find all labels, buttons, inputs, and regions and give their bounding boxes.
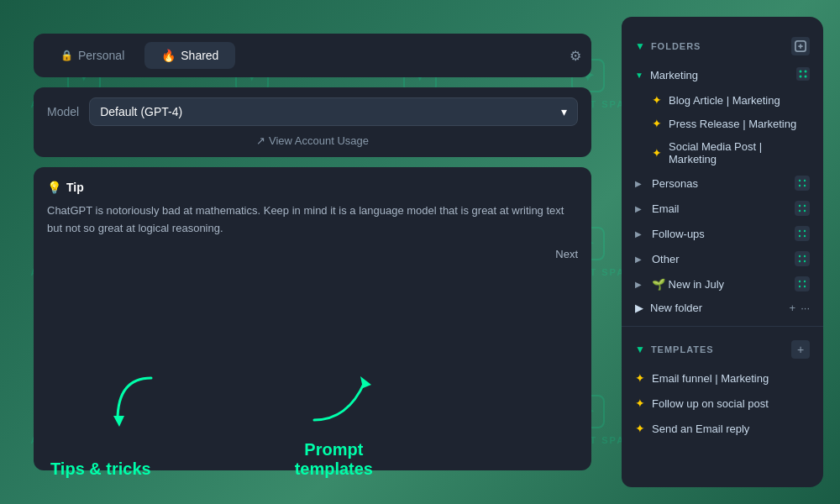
folders-section-header: ▼ FOLDERS bbox=[622, 30, 823, 62]
model-row: Model Default (GPT-4) ▾ bbox=[47, 97, 578, 126]
tab-personal[interactable]: 🔒 Personal bbox=[44, 42, 141, 69]
svg-point-9 bbox=[804, 180, 806, 181]
svg-rect-3 bbox=[796, 67, 810, 81]
folder-blog-article[interactable]: ✦ Blog Article | Marketing bbox=[622, 88, 823, 112]
personal-tab-label: Personal bbox=[78, 49, 124, 62]
folder-email[interactable]: ▶ Email bbox=[622, 196, 823, 221]
model-label: Model bbox=[47, 105, 79, 118]
svg-point-23 bbox=[804, 260, 806, 262]
svg-point-21 bbox=[804, 255, 806, 257]
svg-point-5 bbox=[805, 71, 807, 73]
tab-shared[interactable]: 🔥 Shared bbox=[144, 42, 235, 69]
folder-other[interactable]: ▶ Other bbox=[622, 246, 823, 271]
svg-point-24 bbox=[799, 281, 801, 282]
shared-tab-label: Shared bbox=[181, 49, 218, 62]
svg-point-17 bbox=[804, 230, 806, 232]
view-account-label: View Account Usage bbox=[269, 134, 369, 147]
sidebar-divider bbox=[622, 326, 823, 327]
next-button[interactable]: Next bbox=[47, 248, 578, 260]
followups-label: Follow-ups bbox=[652, 228, 788, 240]
sparkle-icon: ✦ bbox=[652, 146, 662, 160]
chevron-right-icon: ▶ bbox=[635, 255, 645, 264]
folders-add-button[interactable] bbox=[791, 37, 810, 55]
tip-card: 💡 Tip ChatGPT is notoriously bad at math… bbox=[34, 167, 591, 470]
folder-press-release[interactable]: ✦ Press Release | Marketing bbox=[622, 112, 823, 135]
ellipsis-icon[interactable]: ··· bbox=[801, 302, 810, 314]
svg-point-26 bbox=[799, 286, 801, 287]
model-selected-value: Default (GPT-4) bbox=[100, 105, 182, 118]
chevron-down-icon: ▼ bbox=[635, 344, 646, 355]
marketing-badge bbox=[796, 67, 810, 83]
chevron-right-icon: ▶ bbox=[635, 229, 645, 239]
new-in-july-label: 🌱 New in July bbox=[652, 278, 788, 291]
follow-social-label: Follow up on social post bbox=[652, 397, 769, 410]
svg-point-8 bbox=[799, 180, 801, 181]
email-funnel-label: Email funnel | Marketing bbox=[652, 372, 769, 385]
tip-text: ChatGPT is notoriously bad at mathematic… bbox=[47, 202, 578, 238]
new-folder-actions: + ··· bbox=[790, 302, 810, 314]
templates-add-button[interactable]: + bbox=[791, 340, 810, 359]
model-card: Model Default (GPT-4) ▾ ↗ View Account U… bbox=[34, 87, 591, 157]
sparkle-icon: ✦ bbox=[635, 422, 645, 435]
chevron-right-icon: ▶ bbox=[635, 302, 643, 314]
sparkle-icon: ✦ bbox=[635, 396, 645, 410]
svg-point-15 bbox=[804, 210, 806, 212]
personas-badge bbox=[795, 176, 810, 191]
svg-point-7 bbox=[805, 76, 807, 78]
plus-icon[interactable]: + bbox=[790, 302, 796, 314]
folder-personas[interactable]: ▶ Personas bbox=[622, 171, 823, 196]
folder-followups[interactable]: ▶ Follow-ups bbox=[622, 221, 823, 246]
svg-point-6 bbox=[800, 76, 802, 78]
other-badge bbox=[795, 251, 810, 266]
fire-icon: 🔥 bbox=[161, 49, 176, 62]
chevron-down-icon: ▼ bbox=[635, 71, 643, 80]
right-sidebar: ▼ FOLDERS ▼ Marketing bbox=[622, 17, 823, 487]
email-badge bbox=[795, 201, 810, 216]
left-panel: 🔒 Personal 🔥 Shared ⚙ Model Default (GPT… bbox=[17, 17, 608, 487]
new-in-july-badge bbox=[795, 276, 810, 291]
model-select[interactable]: Default (GPT-4) ▾ bbox=[89, 97, 578, 126]
svg-point-18 bbox=[799, 235, 801, 237]
svg-point-10 bbox=[799, 185, 801, 186]
followups-badge bbox=[795, 226, 810, 241]
svg-point-4 bbox=[800, 71, 802, 73]
new-folder-row[interactable]: ▶ New folder + ··· bbox=[622, 297, 823, 319]
chevron-right-icon: ▶ bbox=[635, 179, 645, 188]
folder-social-media-post[interactable]: ✦ Social Media Post | Marketing bbox=[622, 135, 823, 171]
svg-point-14 bbox=[799, 210, 801, 212]
folder-new-in-july[interactable]: ▶ 🌱 New in July bbox=[622, 271, 823, 297]
templates-label: TEMPLATES bbox=[651, 344, 714, 354]
sparkle-icon: ✦ bbox=[652, 93, 662, 107]
email-reply-label: Send an Email reply bbox=[652, 423, 749, 435]
tab-group: 🔒 Personal 🔥 Shared bbox=[44, 42, 235, 69]
tab-card: 🔒 Personal 🔥 Shared ⚙ bbox=[34, 34, 591, 77]
sparkle-icon: ✦ bbox=[635, 371, 645, 385]
svg-point-22 bbox=[799, 260, 801, 262]
chevron-down-icon: ▼ bbox=[635, 40, 646, 52]
tip-header: 💡 Tip bbox=[47, 181, 578, 194]
chevron-right-icon: ▶ bbox=[635, 204, 645, 213]
blog-article-label: Blog Article | Marketing bbox=[669, 94, 780, 107]
folder-marketing[interactable]: ▼ Marketing bbox=[622, 62, 823, 88]
template-email-funnel[interactable]: ✦ Email funnel | Marketing bbox=[622, 365, 823, 391]
svg-point-11 bbox=[804, 185, 806, 186]
view-account-link[interactable]: ↗ View Account Usage bbox=[47, 134, 578, 147]
press-release-label: Press Release | Marketing bbox=[669, 118, 796, 130]
svg-point-16 bbox=[799, 230, 801, 232]
templates-section-header: ▼ TEMPLATES + bbox=[622, 333, 823, 365]
svg-point-20 bbox=[799, 255, 801, 257]
svg-point-25 bbox=[804, 281, 806, 282]
svg-point-13 bbox=[804, 205, 806, 207]
marketing-label: Marketing bbox=[650, 69, 698, 81]
tip-title: Tip bbox=[66, 181, 84, 194]
folders-label: FOLDERS bbox=[651, 41, 701, 51]
template-follow-social[interactable]: ✦ Follow up on social post bbox=[622, 391, 823, 416]
template-email-reply[interactable]: ✦ Send an Email reply bbox=[622, 416, 823, 441]
main-container: 🔒 Personal 🔥 Shared ⚙ Model Default (GPT… bbox=[17, 17, 823, 487]
personas-label: Personas bbox=[652, 177, 788, 190]
social-media-label: Social Media Post | Marketing bbox=[669, 140, 810, 165]
lock-icon: 🔒 bbox=[60, 50, 73, 61]
chevron-right-icon: ▶ bbox=[635, 280, 645, 289]
settings-icon[interactable]: ⚙ bbox=[570, 48, 581, 64]
svg-point-19 bbox=[804, 235, 806, 237]
